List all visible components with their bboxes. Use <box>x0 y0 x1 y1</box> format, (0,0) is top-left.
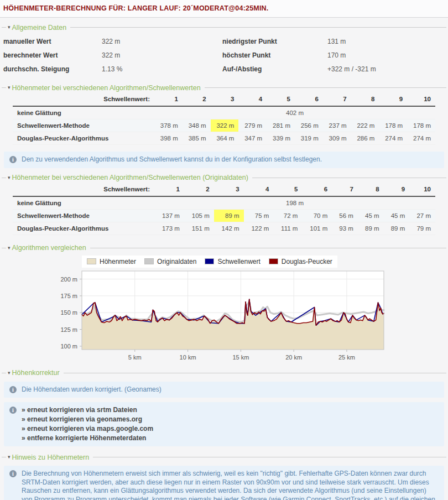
legend-swatch <box>87 258 96 264</box>
divider <box>2 248 6 248</box>
threshold-table-original: Schwellenwert:12345678910 keine Glättung… <box>13 183 435 235</box>
svg-text:10 km: 10 km <box>180 354 196 361</box>
value-cell: 237 m <box>323 119 351 132</box>
correction-status-box: i Die Höhendaten wurden korrigiert. (Geo… <box>4 382 444 398</box>
value-cell: 339 m <box>267 132 295 145</box>
svg-text:5 km: 5 km <box>128 354 142 361</box>
row-label: Schwellenwert-Methode <box>13 119 154 132</box>
threshold-column-header: 8 <box>358 183 384 196</box>
section-title-compare[interactable]: Algorithmen vergleichen <box>12 244 90 252</box>
info-icon: i <box>9 407 17 414</box>
threshold-column-header: 5 <box>273 183 302 196</box>
threshold-table: Schwellenwert:12345678910 keine Glättung… <box>13 93 435 145</box>
legend-label: Douglas-Peucker <box>282 258 332 265</box>
table-header-row: Schwellenwert:12345678910 <box>13 183 435 196</box>
info-icon: i <box>9 470 17 477</box>
threshold-column-header: 1 <box>154 183 184 196</box>
value-cell: 56 m <box>332 209 358 222</box>
legend-swatch <box>269 258 278 264</box>
page-header: HÖHENMETER-BERECHNUNG FÜR: LANGER LAUF: … <box>0 0 448 18</box>
value-cell: 347 m <box>238 132 267 145</box>
section-general: ▾ Allgemeine Daten manueller Wert 322 m … <box>2 23 446 78</box>
section-title-thresholds[interactable]: Höhenmeter bei verschiedenen Algorithmen… <box>12 84 205 92</box>
section-correction: ▾ Höhenkorrektur i Die Höhendaten wurden… <box>2 369 446 447</box>
section-head-correction: ▾ Höhenkorrektur <box>2 369 446 377</box>
legend-item: Douglas-Peucker <box>269 258 332 265</box>
section-title-hint[interactable]: Hinweis zu Höhenmetern <box>12 454 93 461</box>
table-header-row: Schwellenwert:12345678910 <box>13 93 435 106</box>
selected-value-cell: 89 m <box>214 209 244 222</box>
selected-value-cell: 322 m <box>211 119 239 132</box>
value-cell: 385 m <box>183 132 211 145</box>
threshold-column-header: 7 <box>332 183 358 196</box>
threshold-column-header: 10 <box>409 183 435 196</box>
value-cell: 89 m <box>384 222 410 235</box>
threshold-table-original-wrap: Schwellenwert:12345678910 keine Glättung… <box>13 183 435 235</box>
legend-label: Höhenmeter <box>100 258 136 265</box>
svg-text:20 km: 20 km <box>285 354 302 361</box>
row-label: Douglas-Peucker-Algorithmus <box>13 222 154 235</box>
legend-swatch <box>205 258 214 264</box>
legend-item: Höhenmeter <box>87 258 136 265</box>
value-cell: 101 m <box>302 222 332 235</box>
threshold-column-header: 4 <box>244 183 274 196</box>
threshold-column-header: 6 <box>295 93 323 106</box>
value-cell: 111 m <box>273 222 302 235</box>
value-cell: 79 m <box>409 222 435 235</box>
svg-text:100 m: 100 m <box>60 342 77 349</box>
chevron-down-icon[interactable]: ▾ <box>6 84 12 92</box>
correction-links-box: i » erneut korrigieren via srtm Dateien … <box>4 402 444 446</box>
threshold-column-header: 3 <box>214 183 244 196</box>
section-thresholds: ▾ Höhenmeter bei verschiedenen Algorithm… <box>2 84 446 168</box>
section-compare-algorithms: ▾ Algorithmen vergleichen HöhenmeterOrig… <box>2 244 446 366</box>
threshold-header-label: Schwellenwert: <box>13 183 154 196</box>
value-cell: 286 m <box>351 132 379 145</box>
section-head-thresholds: ▾ Höhenmeter bei verschiedenen Algorithm… <box>2 84 446 92</box>
info-icon: i <box>9 156 17 163</box>
page-title: HÖHENMETER-BERECHNUNG FÜR: LANGER LAUF: … <box>3 4 269 12</box>
algorithm-comparison-chart: 100 m125 m150 m175 m200 m5 km10 km15 km2… <box>51 269 446 366</box>
field-value: 131 m <box>327 38 445 45</box>
value-cell: 151 m <box>184 222 214 235</box>
link-correct-srtm[interactable]: » erneut korrigieren via srtm Dateien <box>22 406 153 414</box>
divider <box>2 457 6 457</box>
field-value: +322 m / -321 m <box>327 65 445 73</box>
chevron-down-icon[interactable]: ▾ <box>6 244 12 252</box>
table-row: Douglas-Peucker-Algorithmus173 m151 m142… <box>13 222 435 235</box>
hint-box: i Die Berechnung von Höhenmetern erweist… <box>4 466 444 500</box>
divider <box>2 27 6 28</box>
threshold-column-header: 5 <box>267 93 295 106</box>
value-cell: 256 m <box>295 119 323 132</box>
value-cell: 45 m <box>384 209 410 222</box>
table-row: keine Glättung402 m <box>13 106 435 119</box>
link-correct-geonames[interactable]: » erneut korrigieren via geonames.org <box>22 415 153 424</box>
value-cell: 178 m <box>379 119 407 132</box>
section-title-thresholds-original[interactable]: Höhenmeter bei verschiedenen Algorithmen… <box>12 174 252 181</box>
divider <box>90 248 446 248</box>
section-title-general[interactable]: Allgemeine Daten <box>12 24 71 32</box>
value-cell: 75 m <box>244 209 274 222</box>
link-remove-corrected[interactable]: » entferne korrigierte Höhenmeterdaten <box>22 434 153 442</box>
chevron-down-icon[interactable]: ▾ <box>6 174 12 182</box>
value-cell: 378 m <box>154 119 183 132</box>
field-value: 322 m <box>102 51 222 59</box>
field-label: manueller Wert <box>3 38 102 45</box>
value-cell: 70 m <box>302 209 332 222</box>
value-cell: 198 m <box>154 196 435 210</box>
value-cell: 72 m <box>273 209 302 222</box>
threshold-column-header: 8 <box>351 93 379 106</box>
value-cell: 402 m <box>154 106 435 119</box>
table-row: Douglas-Peucker-Algorithmus398 m385 m364… <box>13 132 435 145</box>
value-cell: 348 m <box>183 119 211 132</box>
svg-text:15 km: 15 km <box>232 354 249 361</box>
table-row: keine Glättung198 m <box>13 196 435 210</box>
chevron-down-icon[interactable]: ▾ <box>6 453 12 461</box>
chevron-down-icon[interactable]: ▾ <box>6 369 12 377</box>
section-title-correction[interactable]: Höhenkorrektur <box>12 369 64 377</box>
chevron-down-icon[interactable]: ▾ <box>6 23 12 32</box>
link-correct-google[interactable]: » erneut korrigieren via maps.google.com <box>22 425 153 433</box>
threshold-column-header: 9 <box>379 93 407 106</box>
value-cell: 274 m <box>379 132 407 145</box>
divider <box>2 178 6 178</box>
divider <box>205 87 446 88</box>
